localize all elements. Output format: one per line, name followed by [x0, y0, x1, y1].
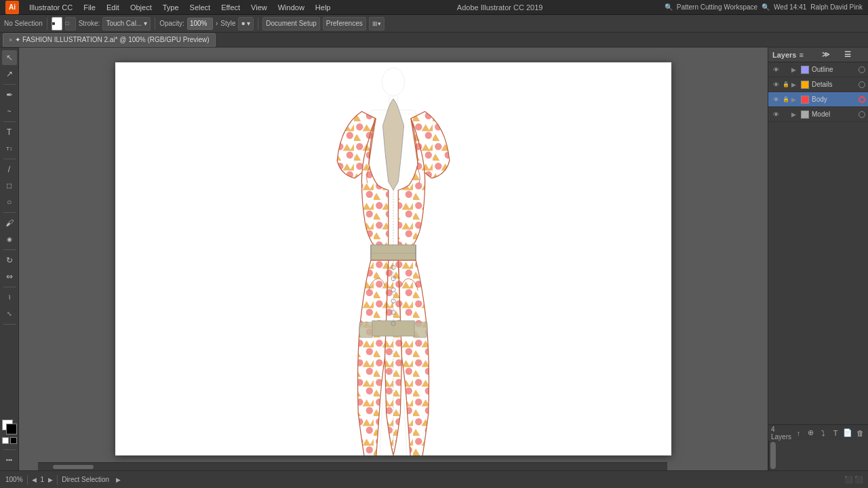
layer-row-outline[interactable]: 👁 ▶ Outline	[768, 62, 868, 77]
tab-close[interactable]: ×	[9, 37, 12, 43]
swap-colors-btn[interactable]	[10, 437, 17, 444]
fill-color-btn[interactable]: ■	[52, 17, 62, 30]
rotate-tool[interactable]: ↻	[2, 253, 17, 268]
layer-arrow-outline[interactable]: ▶	[791, 66, 798, 73]
stroke-color-btn[interactable]: □	[65, 17, 76, 30]
layer-target-outline[interactable]	[859, 66, 865, 73]
tool-arrow[interactable]: ▶	[116, 476, 121, 483]
paintbrush-tool[interactable]: 🖌	[2, 216, 17, 230]
layer-lock-model[interactable]	[782, 110, 790, 119]
tab-bar: × ✦ FASHION ILLUSTRATION 2.ai* @ 100% (R…	[0, 33, 868, 47]
layer-lock-body[interactable]: 🔒	[782, 96, 790, 104]
menu-select[interactable]: Select	[185, 2, 216, 13]
line-tool[interactable]: /	[2, 162, 17, 177]
prev-artboard-btn[interactable]: ◀	[32, 476, 37, 483]
new-layer-from-selection-btn[interactable]: ↑	[793, 428, 804, 439]
layer-row-model[interactable]: 👁 ▶ Model	[768, 107, 868, 122]
layer-target-model[interactable]	[859, 111, 865, 118]
expand-btn[interactable]: ≫	[822, 50, 842, 59]
search-adobe-icon: 🔍	[762, 3, 770, 11]
layer-row-details[interactable]: 👁 🔒 ▶ Details	[768, 77, 868, 92]
style-label: Style	[220, 20, 235, 27]
opacity-input[interactable]	[187, 18, 213, 30]
layer-arrow-details[interactable]: ▶	[791, 81, 798, 88]
layer-target-body[interactable]	[859, 96, 865, 103]
layer-target-details[interactable]	[859, 81, 865, 88]
menu-window[interactable]: Window	[273, 2, 309, 13]
canvas-area[interactable]	[19, 47, 768, 470]
layers-count: 4 Layers	[771, 426, 791, 441]
arrange-icons-btn[interactable]: ⊞▾	[369, 17, 384, 30]
artboard-number: 1	[41, 476, 45, 483]
template-btn[interactable]: T	[830, 428, 840, 439]
layer-visibility-outline[interactable]: 👁	[771, 65, 781, 75]
h-scrollbar-thumb[interactable]	[53, 465, 94, 469]
reflect-tool[interactable]: ⇔	[2, 269, 17, 284]
touch-type-tool[interactable]: T↕	[2, 141, 17, 156]
preferences-btn[interactable]: Preferences	[323, 17, 366, 30]
more-tools-btn[interactable]: •••	[2, 453, 17, 468]
svg-rect-15	[371, 245, 416, 260]
menu-type[interactable]: Type	[158, 2, 184, 13]
layer-visibility-details[interactable]: 👁	[771, 80, 781, 89]
create-new-sublayer-btn[interactable]: ⊕	[806, 428, 816, 439]
menu-file[interactable]: File	[79, 2, 100, 13]
pen-tool[interactable]: ✒	[2, 87, 17, 102]
datetime: Wed 14:41	[774, 3, 806, 11]
layer-arrow-body[interactable]: ▶	[791, 96, 798, 103]
stroke-type-value: Touch Cal...	[106, 20, 142, 27]
workspace-label: Pattern Cutting Workspace	[677, 3, 757, 11]
blob-brush-tool[interactable]: ◉	[2, 232, 17, 247]
layer-color-details	[801, 81, 809, 89]
menu-help[interactable]: Help	[311, 2, 336, 13]
menu-object[interactable]: Object	[125, 2, 157, 13]
tool-sep-5	[3, 249, 16, 250]
stroke-type-dropdown[interactable]: Touch Cal... ▾	[102, 17, 151, 30]
panel-menu-btn[interactable]: ☰	[844, 50, 864, 59]
layer-row-body[interactable]: 👁 🔒 ▶ Body	[768, 92, 868, 107]
warp-tool[interactable]: ⌇	[2, 290, 17, 305]
layer-lock-outline[interactable]	[782, 66, 790, 74]
ellipse-tool[interactable]: ○	[2, 195, 17, 209]
dropdown-arrow: ▾	[144, 20, 147, 27]
layer-name-model: Model	[812, 110, 857, 118]
horizontal-scrollbar[interactable]	[38, 462, 667, 470]
tab-main[interactable]: × ✦ FASHION ILLUSTRATION 2.ai* @ 100% (R…	[3, 33, 216, 47]
rectangle-tool[interactable]: □	[2, 178, 17, 193]
fill-stroke-swatches[interactable]	[2, 420, 17, 434]
style-dropdown[interactable]: ■ ▾	[238, 17, 254, 30]
document-setup-btn[interactable]: Document Setup	[262, 17, 320, 30]
artboard	[115, 62, 671, 455]
move-selection-to-layer-btn[interactable]: ⤵	[818, 428, 828, 439]
layers-panel-header: Layers ≡ ≫ ☰	[768, 47, 868, 62]
direct-selection-tool[interactable]: ↗	[2, 66, 17, 81]
menu-bar: Ai Illustrator CC File Edit Object Type …	[0, 0, 868, 15]
layer-arrow-model[interactable]: ▶	[791, 111, 798, 118]
curvature-tool[interactable]: ~	[2, 104, 17, 119]
options-toolbar: No Selection ■ □ Stroke: Touch Cal... ▾ …	[0, 15, 868, 33]
collapse-btn[interactable]: ≡	[799, 51, 818, 59]
menu-view[interactable]: View	[246, 2, 272, 13]
delete-layer-btn[interactable]: 🗑	[855, 428, 865, 439]
left-toolbar: ↖ ↗ ✒ ~ T T↕ / □ ○ 🖌 ◉ ↻ ⇔ ⌇ ⤡	[0, 47, 19, 470]
tool-sep-4	[3, 212, 16, 213]
v-scrollbar-thumb[interactable]	[770, 442, 776, 469]
fashion-illustration	[115, 62, 671, 455]
layer-visibility-model[interactable]: 👁	[771, 110, 781, 119]
type-tool[interactable]: T	[2, 125, 17, 140]
menu-illustrator[interactable]: Illustrator CC	[24, 2, 77, 13]
layer-visibility-body[interactable]: 👁	[771, 95, 781, 104]
menu-edit[interactable]: Edit	[102, 2, 124, 13]
new-layer-btn[interactable]: 📄	[843, 428, 853, 439]
none-fill-btn[interactable]	[2, 437, 9, 444]
layer-name-outline: Outline	[812, 66, 857, 73]
tool-sep-2	[3, 121, 16, 122]
free-transform-tool[interactable]: ⤡	[2, 306, 17, 321]
stroke-swatch[interactable]	[6, 424, 17, 434]
selection-tool[interactable]: ↖	[2, 50, 17, 65]
next-artboard-btn[interactable]: ▶	[48, 476, 53, 483]
layer-lock-details[interactable]: 🔒	[782, 81, 790, 89]
vertical-scrollbar[interactable]	[768, 441, 776, 470]
app-logo: Ai	[5, 1, 19, 14]
menu-effect[interactable]: Effect	[216, 2, 245, 13]
